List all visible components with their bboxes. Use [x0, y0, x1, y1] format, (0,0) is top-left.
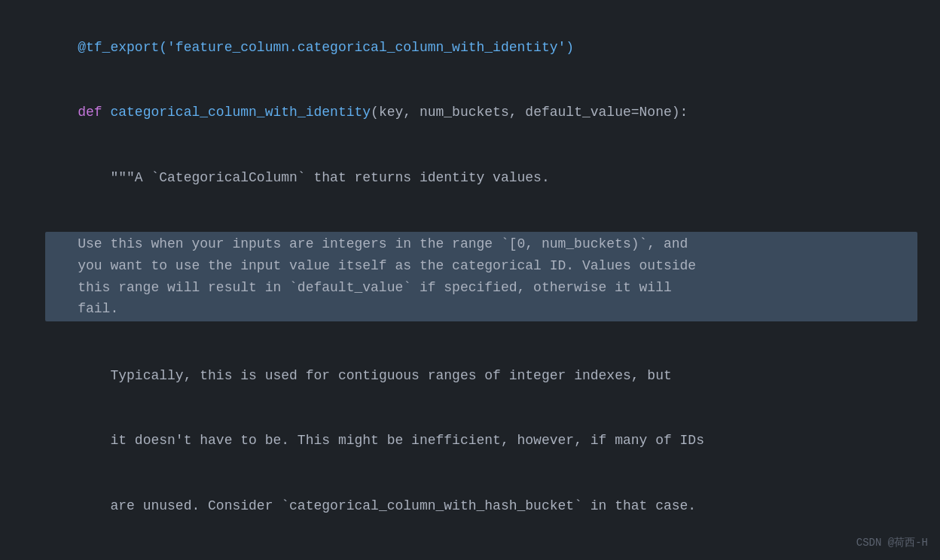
params-text: (key, num_buckets, default_value=None): [371, 105, 688, 120]
code-line-9 [45, 321, 917, 343]
keyword-def: def [78, 105, 110, 120]
code-line-10: Typically, this is used for contiguous r… [45, 343, 917, 408]
code-line-1: @tf_export('feature_column.categorical_c… [45, 15, 917, 80]
doc-line-11: it doesn't have to be. This might be ine… [78, 433, 704, 448]
code-container: @tf_export('feature_column.categorical_c… [0, 0, 940, 560]
code-line-4 [45, 210, 917, 232]
docstring-open: """A `CategoricalColumn` that returns id… [78, 170, 550, 185]
highlight-line-2: you want to use the input value itself a… [45, 255, 917, 277]
highlight-line-4: fail. [45, 298, 917, 320]
highlight-line-1: Use this when your inputs are integers i… [45, 233, 917, 255]
code-line-2: def categorical_column_with_identity(key… [45, 80, 917, 145]
code-line-3: """A `CategoricalColumn` that returns id… [45, 145, 917, 210]
code-line-13 [45, 538, 917, 560]
watermark: CSDN @荷西-H [856, 534, 928, 551]
code-line-12: are unused. Consider `categorical_column… [45, 473, 917, 538]
code-line-11: it doesn't have to be. This might be ine… [45, 408, 917, 473]
doc-line-12: are unused. Consider `categorical_column… [78, 498, 696, 513]
highlight-line-3: this range will result in `default_value… [45, 277, 917, 299]
function-name: categorical_column_with_identity [110, 105, 371, 120]
highlighted-block: Use this when your inputs are integers i… [45, 232, 917, 321]
doc-line-10: Typically, this is used for contiguous r… [78, 368, 672, 383]
decorator-text: @tf_export('feature_column.categorical_c… [78, 40, 574, 55]
